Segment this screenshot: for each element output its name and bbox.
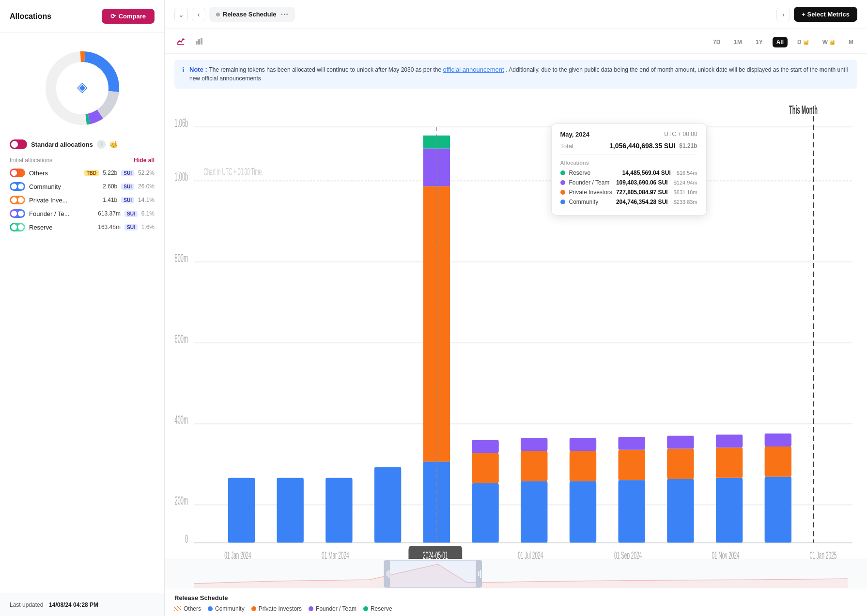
alloc-name-private: Private Inve... xyxy=(29,197,99,204)
alloc-pct-community: 26.0% xyxy=(138,183,155,190)
time-btn-7d[interactable]: 7D xyxy=(709,37,724,47)
alloc-pct-founder: 6.1% xyxy=(141,210,155,217)
legend-label-others: Others xyxy=(184,605,201,612)
last-updated-section: Last updated 14/08/24 04:28 PM xyxy=(0,593,164,616)
svg-text:01 Sep 2024: 01 Sep 2024 xyxy=(614,549,642,559)
last-updated-label: Last updated xyxy=(10,601,43,608)
legend-item-community: Community xyxy=(208,605,245,612)
alloc-amount-community: 2.60b xyxy=(103,183,117,190)
main-content: ⌄ ‹ Release Schedule ⋯ › + Select Metric… xyxy=(165,0,867,616)
tooltip-val-community: 204,746,354.28 SUI xyxy=(616,199,668,205)
svg-text:800m: 800m xyxy=(175,251,188,264)
time-btn-1y[interactable]: 1Y xyxy=(752,37,767,47)
select-metrics-button[interactable]: + Select Metrics xyxy=(794,7,857,22)
allocations-header: Initial allocations Hide all xyxy=(10,157,155,164)
alloc-toggle-community[interactable] xyxy=(10,182,25,191)
standard-allocations-label: Standard allocations xyxy=(31,141,93,148)
svg-text:2024-05-01: 2024-05-01 xyxy=(423,549,448,559)
note-label: Note : xyxy=(189,66,209,73)
period-btn-m[interactable]: M xyxy=(845,37,857,47)
period-btn-w[interactable]: W 👑 xyxy=(819,37,839,47)
bar-chart-btn[interactable] xyxy=(193,35,205,49)
chart-svg: 1.06b 1.00b 800m 600m 400m 200m 0 Chart … xyxy=(174,94,857,559)
nav-left-arrow[interactable]: ‹ xyxy=(192,8,205,21)
svg-text:01 Jan 2024: 01 Jan 2024 xyxy=(224,549,251,559)
svg-text:Chart in UTC + 00:00 Time.: Chart in UTC + 00:00 Time. xyxy=(203,166,263,178)
hide-all-button[interactable]: Hide all xyxy=(134,157,155,164)
alloc-toggle-others[interactable] xyxy=(10,169,25,177)
tooltip-total-usd: $1.21b xyxy=(679,142,697,149)
legend-hatch-others xyxy=(174,606,181,611)
time-btn-1m[interactable]: 1M xyxy=(730,37,746,47)
tooltip-total-label: Total xyxy=(560,142,573,150)
donut-chart: ◈ xyxy=(39,45,126,132)
svg-rect-46 xyxy=(619,450,645,480)
alloc-toggle-founder[interactable] xyxy=(10,209,25,218)
svg-rect-56 xyxy=(765,433,791,447)
legend-title: Release Schedule xyxy=(174,594,857,601)
alloc-item-private: Private Inve... 1.41b SUI 14.1% xyxy=(10,196,155,204)
nav-right-arrow[interactable]: › xyxy=(776,8,790,21)
svg-rect-70 xyxy=(384,560,481,587)
tooltip-name-private: Private Investors xyxy=(569,189,612,196)
legend-items: Others Community Private Investors Found… xyxy=(174,605,857,612)
svg-text:200m: 200m xyxy=(175,494,188,508)
legend-item-reserve: Reserve xyxy=(363,605,392,612)
tooltip-name-reserve: Reserve xyxy=(569,169,619,176)
svg-rect-29 xyxy=(325,478,352,543)
legend-dot-founder xyxy=(309,606,313,611)
tooltip-alloc-title: Allocations xyxy=(560,160,697,166)
svg-rect-55 xyxy=(765,447,791,477)
tooltip-val-reserve: 14,485,569.04 SUI xyxy=(622,169,671,176)
chart-controls: 7D 1M 1Y All D 👑 W 👑 M xyxy=(165,29,867,54)
svg-rect-52 xyxy=(716,447,743,477)
standard-allocations-toggle[interactable] xyxy=(10,139,27,149)
legend-label-private: Private Investors xyxy=(259,605,302,612)
svg-rect-30 xyxy=(374,467,401,542)
svg-rect-44 xyxy=(570,438,596,451)
nav-down-arrow[interactable]: ⌄ xyxy=(174,8,188,21)
svg-text:0: 0 xyxy=(185,532,188,545)
tooltip-val-founder: 109,403,690.06 SUI xyxy=(616,179,668,186)
tooltip-name-community: Community xyxy=(569,199,612,205)
time-btn-all[interactable]: All xyxy=(773,37,788,47)
alloc-name-others: Others xyxy=(29,169,80,177)
alloc-item-founder: Founder / Te... 613.37m SUI 6.1% xyxy=(10,209,155,218)
tooltip-row-reserve: Reserve 14,485,569.04 SUI $16.54m xyxy=(560,169,697,176)
legend-item-founder: Founder / Team xyxy=(309,605,356,612)
svg-rect-54 xyxy=(765,477,791,543)
alloc-toggle-private[interactable] xyxy=(10,196,25,204)
legend-label-founder: Founder / Team xyxy=(316,605,356,612)
legend-dot-reserve xyxy=(363,606,368,611)
sui-badge-founder: SUI xyxy=(124,211,138,217)
line-chart-btn[interactable] xyxy=(174,35,187,49)
bottom-navigator[interactable] xyxy=(165,559,867,588)
alloc-toggle-reserve[interactable] xyxy=(10,223,25,231)
compare-button[interactable]: ⟳ Compare xyxy=(102,9,155,24)
alloc-name-reserve: Reserve xyxy=(29,224,94,231)
standard-allocations-toggle-area: Standard allocations i 👑 xyxy=(0,136,164,157)
period-btn-d[interactable]: D 👑 xyxy=(793,37,813,47)
tooltip-usd-private: $831.18m xyxy=(674,189,697,195)
topbar: ⌄ ‹ Release Schedule ⋯ › + Select Metric… xyxy=(165,0,867,29)
alloc-item-others: Others TBD 5.22b SUI 52.2% xyxy=(10,169,155,177)
svg-rect-41 xyxy=(521,438,547,451)
svg-rect-37 xyxy=(472,453,498,483)
note-banner: ℹ Note : The remaining tokens has been a… xyxy=(174,60,857,89)
info-icon: ℹ xyxy=(182,66,185,74)
svg-text:◈: ◈ xyxy=(77,79,88,94)
tooltip-usd-community: $233.83m xyxy=(674,199,697,205)
tooltip-usd-reserve: $16.54m xyxy=(677,170,697,176)
tooltip-usd-founder: $124.94m xyxy=(674,180,697,185)
sui-badge-others: SUI xyxy=(121,170,134,176)
info-icon[interactable]: i xyxy=(97,140,106,149)
tooltip-total-values: 1,056,440,698.35 SUI $1.21b xyxy=(609,142,697,150)
release-schedule-tab[interactable]: Release Schedule ⋯ xyxy=(209,7,295,22)
tooltip-total-sui: 1,056,440,698.35 SUI xyxy=(609,142,675,150)
svg-text:400m: 400m xyxy=(175,413,188,426)
note-link[interactable]: official announcement xyxy=(443,66,504,73)
legend-dot-private xyxy=(251,606,256,611)
tooltip-row-founder: Founder / Team 109,403,690.06 SUI $124.9… xyxy=(560,179,697,186)
alloc-amount-private: 1.41b xyxy=(103,197,117,203)
tooltip-dot-reserve xyxy=(560,170,565,175)
